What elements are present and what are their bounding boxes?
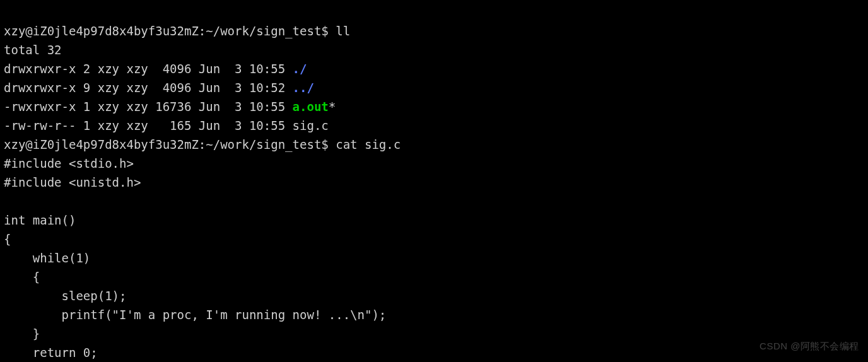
ll-row: -rw-rw-r-- 1 xzy xzy 165 Jun 3 10:55 sig… bbox=[4, 119, 329, 132]
command-ll: ll bbox=[336, 24, 350, 38]
ll-row: drwxrwxr-x 2 xzy xzy 4096 Jun 3 10:55 ./ bbox=[4, 62, 307, 76]
file-name: ./ bbox=[293, 62, 307, 76]
ll-row: drwxrwxr-x 9 xzy xzy 4096 Jun 3 10:52 ..… bbox=[4, 81, 314, 95]
prompt-line-2: xzy@iZ0jle4p97d8x4byf3u32mZ:~/work/sign_… bbox=[4, 137, 401, 151]
file-name: ../ bbox=[293, 81, 314, 95]
file-name: a.out bbox=[293, 100, 329, 114]
file-name: sig.c bbox=[293, 119, 329, 132]
ll-row: -rwxrwxr-x 1 xzy xzy 16736 Jun 3 10:55 a… bbox=[4, 100, 336, 114]
sig-c-source: #include <stdio.h> #include <unistd.h> i… bbox=[4, 156, 386, 359]
ll-listing: drwxrwxr-x 2 xzy xzy 4096 Jun 3 10:55 ./… bbox=[4, 62, 336, 132]
ll-total: total 32 bbox=[4, 43, 62, 57]
shell-prompt: xzy@iZ0jle4p97d8x4byf3u32mZ:~/work/sign_… bbox=[4, 137, 336, 151]
prompt-line-1: xzy@iZ0jle4p97d8x4byf3u32mZ:~/work/sign_… bbox=[4, 24, 350, 38]
command-cat: cat sig.c bbox=[336, 137, 401, 151]
csdn-watermark: CSDN @阿熊不会编程 bbox=[760, 337, 859, 356]
terminal-output[interactable]: xzy@iZ0jle4p97d8x4byf3u32mZ:~/work/sign_… bbox=[0, 0, 868, 362]
shell-prompt: xzy@iZ0jle4p97d8x4byf3u32mZ:~/work/sign_… bbox=[4, 24, 336, 38]
